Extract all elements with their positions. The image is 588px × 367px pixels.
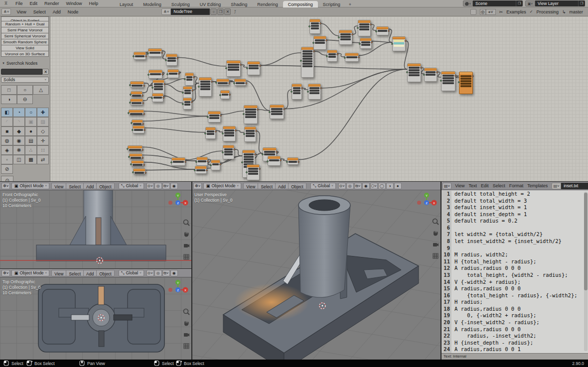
proportional-icon[interactable]: ◎ — [346, 183, 354, 189]
solid-op-icon-19[interactable]: ∴ — [25, 145, 37, 155]
output-socket[interactable] — [257, 109, 259, 111]
input-socket[interactable] — [326, 55, 328, 57]
output-socket[interactable] — [143, 164, 145, 166]
node-49[interactable] — [195, 166, 207, 174]
code-line[interactable]: A radius,radius 0 0 0 — [454, 265, 588, 272]
add-workspace-button[interactable]: + — [345, 1, 355, 7]
text-editor[interactable]: 123456789101112131415161718192021222324 … — [441, 182, 588, 360]
input-socket[interactable] — [194, 169, 196, 171]
solid-op-icon-20[interactable]: ∷ — [37, 145, 49, 155]
pan-hand-icon[interactable] — [183, 320, 190, 327]
output-socket[interactable] — [313, 50, 315, 52]
input-socket[interactable] — [182, 103, 184, 105]
input-socket[interactable] — [225, 67, 227, 69]
solid-op-icon-17[interactable]: ◈ — [1, 145, 13, 155]
solid-op-icon-12[interactable]: ◇ — [37, 126, 49, 136]
editor-type-node-icon[interactable]: ⋔˅ — [1, 8, 11, 15]
solid-op-icon-8[interactable]: ▨ — [37, 117, 49, 126]
vp-menu-select[interactable]: Select — [258, 183, 276, 189]
snap-magnet-icon[interactable]: ⌖˅ — [486, 9, 496, 15]
output-socket[interactable] — [228, 82, 230, 84]
node-33[interactable] — [226, 60, 241, 77]
node-18[interactable] — [166, 54, 177, 66]
node-20[interactable] — [167, 69, 179, 78]
orientation-dropdown[interactable]: ⤡Global˅ — [310, 183, 336, 189]
pan-hand-icon[interactable] — [432, 230, 439, 237]
search-input[interactable] — [1, 69, 42, 75]
text-scrollbar-thumb[interactable] — [584, 193, 588, 290]
input-socket[interactable] — [307, 91, 309, 93]
input-socket[interactable] — [269, 111, 271, 113]
output-socket[interactable] — [211, 81, 213, 83]
node-26[interactable] — [185, 73, 194, 86]
solid-op-icon-4[interactable]: ✚ — [37, 108, 49, 117]
output-socket[interactable] — [358, 56, 360, 58]
output-socket[interactable] — [184, 161, 186, 163]
solid-op-icon-10[interactable]: ◆ — [13, 126, 25, 136]
input-socket[interactable] — [210, 164, 212, 166]
node-21[interactable] — [130, 81, 144, 88]
orientation-dropdown[interactable]: ⤡Global˅ — [119, 270, 144, 276]
vp-menu-object[interactable]: Object — [97, 270, 115, 276]
code-line[interactable]: let inset_width2 = {inset_width/2} — [454, 238, 588, 245]
node-30[interactable] — [216, 79, 229, 85]
input-socket[interactable] — [151, 87, 153, 89]
input-socket[interactable] — [184, 78, 186, 80]
text-menu-select[interactable]: Select — [491, 183, 507, 188]
scene-name[interactable]: Scene — [473, 0, 516, 6]
input-socket[interactable] — [198, 86, 200, 88]
gizmo-icon[interactable]: ◉ — [362, 183, 370, 189]
text-menu-text[interactable]: Text — [467, 183, 479, 188]
box-solid-icon[interactable]: □ — [1, 85, 17, 95]
output-socket[interactable] — [233, 148, 235, 150]
pin-icon[interactable]: ⤴ — [234, 9, 236, 14]
output-socket[interactable] — [436, 71, 438, 73]
code-line[interactable]: {total_height - radius}, {-width2}; — [454, 292, 588, 299]
output-socket[interactable] — [145, 172, 147, 174]
code-line[interactable]: default inset_depth = 1 — [454, 211, 588, 218]
editor-type-text-icon[interactable]: ▤˅ — [442, 183, 451, 189]
menu-edit[interactable]: Edit — [26, 1, 41, 6]
node-47[interactable] — [196, 157, 208, 166]
node-graph-canvas[interactable] — [0, 16, 588, 182]
vp-menu-add[interactable]: Add — [276, 183, 289, 189]
input-socket[interactable] — [243, 113, 245, 115]
text-menu-templates[interactable]: Templates — [525, 183, 550, 188]
input-socket[interactable] — [241, 161, 243, 163]
vp-menu-view[interactable]: View — [51, 270, 66, 276]
output-socket[interactable] — [255, 130, 257, 132]
gizmo-icon[interactable]: ◉ — [170, 183, 178, 189]
torus-solid-icon[interactable]: ⊖ — [17, 95, 33, 104]
text-menu-format[interactable]: Format — [507, 183, 526, 188]
solid-op-icon-11[interactable]: ● — [25, 126, 37, 136]
sphere-solid-icon[interactable]: ◑ — [1, 95, 17, 104]
output-socket[interactable] — [240, 64, 242, 66]
node-29[interactable] — [199, 77, 212, 97]
output-socket[interactable] — [420, 67, 422, 69]
processing-toggle[interactable]: Processing — [536, 9, 559, 14]
input-socket[interactable] — [391, 43, 393, 45]
solid-op-icon-2[interactable]: ◔ — [13, 108, 25, 117]
input-socket[interactable] — [129, 102, 131, 104]
input-socket[interactable] — [165, 59, 167, 61]
input-socket[interactable] — [291, 91, 293, 93]
vp-menu-view[interactable]: View — [51, 183, 66, 189]
node-12[interactable] — [441, 71, 455, 91]
node-8[interactable] — [327, 50, 337, 62]
input-socket[interactable] — [147, 52, 149, 54]
shading-solid-icon[interactable]: ◑ — [386, 183, 394, 189]
input-socket[interactable] — [406, 71, 408, 73]
tab-uv-editing[interactable]: UV Editing — [195, 1, 226, 7]
code-line[interactable]: H {inset_depth - radius}; — [454, 340, 588, 347]
node-37[interactable] — [133, 125, 145, 133]
solid-op-icon-22[interactable]: ◫ — [13, 155, 25, 164]
preset-button-semi-plane-voronoi[interactable]: Semi Plane Voronoi — [1, 27, 49, 33]
navigation-gizmo[interactable]: Y Z X — [416, 192, 437, 214]
cylinder-solid-icon[interactable]: ○ — [17, 85, 33, 95]
text-menu-view[interactable]: View — [453, 183, 466, 188]
code-line[interactable] — [454, 245, 588, 252]
input-socket[interactable] — [147, 74, 149, 76]
output-socket[interactable] — [143, 85, 145, 87]
tab-modeling[interactable]: Modeling — [138, 1, 166, 7]
code-line[interactable]: M radius, width2; — [454, 251, 588, 258]
